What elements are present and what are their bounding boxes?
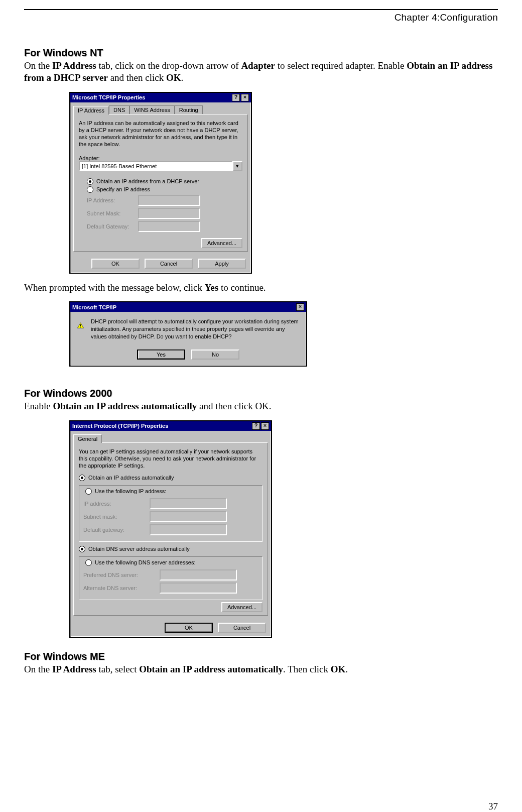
radio-use-ip[interactable]: Use the following IP address: — [83, 488, 168, 495]
cancel-button[interactable]: Cancel — [145, 259, 193, 269]
no-button[interactable]: No — [191, 350, 239, 360]
wme-intro: On the IP Address tab, select Obtain an … — [24, 663, 498, 675]
ok-button[interactable]: OK — [165, 623, 213, 633]
nt-intro: On the IP Address tab, click on the drop… — [24, 60, 498, 84]
subnet-mask-label: Subnet mask: — [83, 514, 144, 520]
chapter-header: Chapter 4:Configuration — [24, 10, 498, 23]
close-icon[interactable]: × — [261, 422, 269, 430]
advanced-button[interactable]: Advanced... — [221, 602, 263, 612]
tab-routing[interactable]: Routing — [175, 105, 203, 114]
subnet-mask-field — [150, 511, 227, 522]
page-number: 37 — [488, 801, 498, 812]
apply-button[interactable]: Apply — [198, 259, 246, 269]
warning-icon — [77, 318, 84, 333]
alternate-dns-label: Alternate DNS server: — [83, 585, 154, 591]
close-icon[interactable]: × — [296, 303, 304, 311]
radio-dot-icon — [85, 488, 92, 495]
default-gateway-field — [150, 524, 227, 535]
adapter-combo[interactable]: [1] Intel 82595-Based Ethernet ▾ — [79, 161, 242, 171]
subnet-mask-label: Subnet Mask: — [87, 210, 132, 216]
ip-address-field — [150, 498, 227, 509]
heading-windows-me: For Windows ME — [24, 651, 498, 662]
svg-rect-2 — [80, 327, 81, 327]
cancel-button[interactable]: Cancel — [218, 623, 266, 633]
radio-dot-icon — [87, 186, 93, 193]
ip-address-label: IP address: — [83, 501, 144, 507]
dialog-title: Microsoft TCP/IP — [72, 304, 116, 310]
default-gateway-field — [138, 221, 200, 232]
advanced-button[interactable]: Advanced... — [201, 238, 242, 248]
nt-confirm-dialog: Microsoft TCP/IP × DHCP protocol will at… — [69, 301, 307, 367]
radio-auto-ip[interactable]: Obtain an IP address automatically — [79, 475, 263, 481]
radio-auto-dns[interactable]: Obtain DNS server address automatically — [79, 546, 263, 552]
svg-rect-1 — [80, 324, 81, 326]
radio-use-dns[interactable]: Use the following DNS server addresses: — [83, 559, 198, 566]
ip-address-field — [138, 195, 200, 206]
subnet-mask-field — [138, 208, 200, 219]
tab-wins-address[interactable]: WINS Address — [129, 105, 175, 114]
w2000-intro: Enable Obtain an IP address automaticall… — [24, 400, 498, 412]
default-gateway-label: Default gateway: — [83, 527, 144, 533]
nt-dialog-desc: An IP address can be automatically assig… — [79, 120, 242, 148]
radio-dot-icon — [79, 475, 85, 481]
nt-after-text: When prompted with the message below, cl… — [24, 282, 498, 294]
adapter-value: [1] Intel 82595-Based Ethernet — [79, 161, 232, 171]
confirm-text: DHCP protocol will attempt to automatica… — [91, 318, 299, 340]
adapter-label: Adapter: — [79, 155, 242, 161]
default-gateway-label: Default Gateway: — [87, 223, 132, 229]
tab-ip-address[interactable]: IP Address — [73, 106, 109, 114]
preferred-dns-field — [160, 569, 237, 581]
help-icon[interactable]: ? — [252, 422, 260, 430]
heading-windows-nt: For Windows NT — [24, 47, 498, 59]
radio-dot-icon — [79, 546, 85, 552]
heading-windows-2000: For Windows 2000 — [24, 388, 498, 399]
w2000-desc: You can get IP settings assigned automat… — [79, 448, 263, 470]
dialog-title: Microsoft TCP/IP Properties — [72, 94, 145, 100]
tab-dns[interactable]: DNS — [109, 105, 129, 114]
alternate-dns-field — [160, 583, 237, 594]
radio-specify[interactable]: Specify an IP address — [87, 186, 242, 193]
w2000-tcpip-dialog: Internet Protocol (TCP/IP) Properties ? … — [69, 420, 272, 638]
ok-button[interactable]: OK — [91, 259, 140, 269]
group-use-dns: Use the following DNS server addresses: … — [79, 556, 263, 600]
chevron-down-icon[interactable]: ▾ — [232, 161, 242, 171]
tab-general[interactable]: General — [73, 434, 102, 443]
radio-dhcp[interactable]: Obtain an IP address from a DHCP server — [87, 178, 242, 185]
ip-address-label: IP Address: — [87, 197, 132, 203]
preferred-dns-label: Preferred DNS server: — [83, 572, 154, 578]
radio-dot-icon — [85, 559, 92, 566]
help-icon[interactable]: ? — [232, 94, 240, 101]
group-use-ip: Use the following IP address: IP address… — [79, 485, 263, 542]
close-icon[interactable]: × — [241, 94, 249, 101]
dialog-title: Internet Protocol (TCP/IP) Properties — [72, 423, 168, 429]
nt-tcpip-dialog: Microsoft TCP/IP Properties ? × IP Addre… — [69, 92, 252, 274]
radio-dot-icon — [87, 178, 93, 185]
yes-button[interactable]: Yes — [137, 350, 185, 360]
